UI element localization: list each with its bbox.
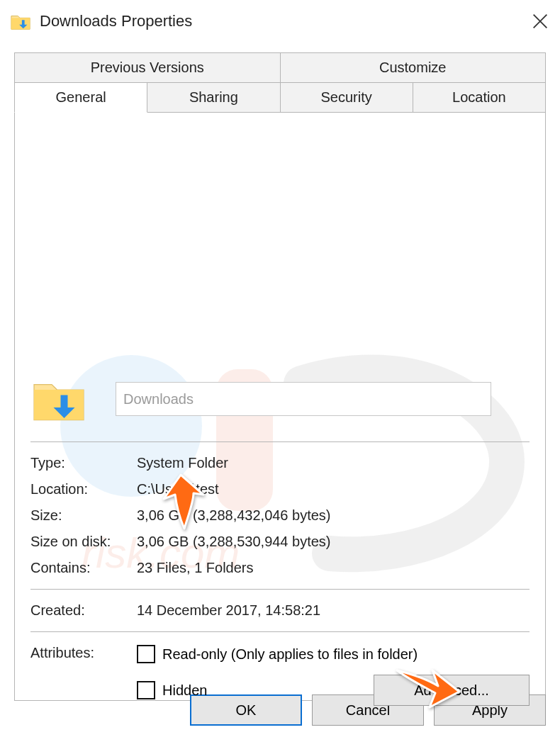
hidden-checkbox[interactable] [137, 681, 155, 699]
tab-security[interactable]: Security [281, 82, 413, 113]
size-on-disk-label: Size on disk: [30, 534, 137, 550]
type-label: Type: [30, 455, 137, 471]
tab-customize[interactable]: Customize [281, 52, 547, 82]
location-value: C:\Users\test [137, 481, 219, 497]
folder-download-icon [10, 11, 31, 32]
tab-general[interactable]: General [14, 82, 147, 113]
window-title: Downloads Properties [40, 12, 530, 30]
folder-name-input[interactable] [116, 382, 491, 416]
title-bar: Downloads Properties [0, 0, 560, 40]
created-value: 14 December 2017, 14:58:21 [137, 602, 320, 619]
general-panel: risk.com Type: System Folder Location: C… [14, 113, 546, 701]
type-value: System Folder [137, 455, 228, 471]
attributes-label: Attributes: [30, 645, 137, 661]
location-label: Location: [30, 481, 137, 497]
readonly-label: Read-only (Only applies to files in fold… [162, 646, 418, 663]
close-icon[interactable] [530, 11, 550, 31]
tab-previous-versions[interactable]: Previous Versions [14, 52, 281, 82]
tab-sharing[interactable]: Sharing [147, 82, 280, 113]
folder-large-icon [30, 372, 87, 429]
size-on-disk-value: 3,06 GB (3,288,530,944 bytes) [137, 534, 331, 550]
size-label: Size: [30, 507, 137, 524]
hidden-label: Hidden [162, 682, 207, 699]
tab-location[interactable]: Location [413, 82, 546, 113]
advanced-button[interactable]: Advanced... [374, 675, 530, 706]
created-label: Created: [30, 602, 137, 619]
tab-strip: Previous Versions Customize General Shar… [14, 52, 546, 113]
readonly-checkbox[interactable] [137, 645, 155, 663]
contains-label: Contains: [30, 560, 137, 576]
size-value: 3,06 GB (3,288,432,046 bytes) [137, 507, 331, 524]
contains-value: 23 Files, 1 Folders [137, 560, 254, 576]
